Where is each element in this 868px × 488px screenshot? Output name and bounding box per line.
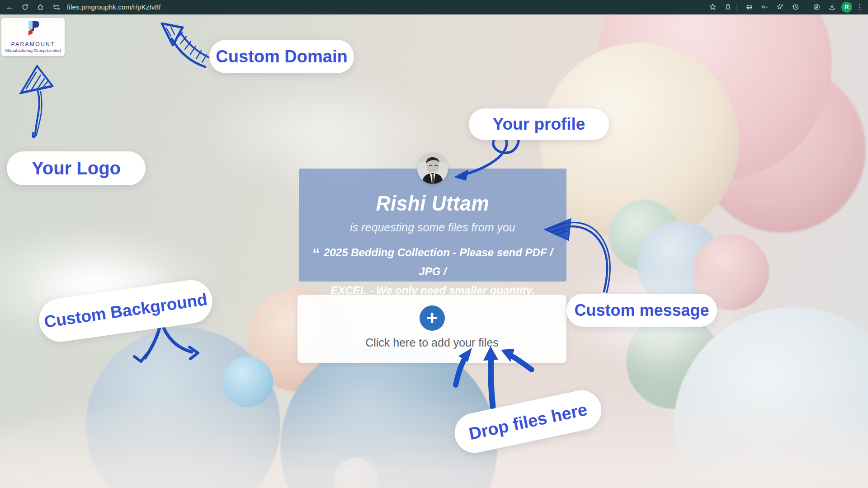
annotation-custom-message: Custom message [566, 294, 717, 327]
browser-profile-avatar[interactable]: R [841, 2, 852, 13]
company-subtitle: Manufacturing Group Limited [5, 48, 61, 53]
company-name: PARAMOUNT [11, 41, 55, 47]
browser-menu-kebab-icon[interactable]: ⋮ [856, 2, 863, 12]
extension-car-icon[interactable] [743, 1, 755, 13]
quote-icon: “ [312, 245, 320, 262]
message-line-1: 2025 Bedding Collection - Please send PD… [324, 246, 553, 277]
file-request-card: Rishi Uttam is requesting some files fro… [299, 169, 566, 282]
company-logo-card: PARAMOUNT Manufacturing Group Limited [1, 18, 65, 56]
custom-domain-arrow [162, 23, 210, 67]
annotation-your-profile: Your profile [469, 108, 609, 140]
site-info-icon[interactable] [51, 1, 62, 13]
browser-toolbar: ← files.pmgrouphk.com/r/pKzIv8f [0, 0, 868, 14]
annotation-your-logo: Your Logo [7, 151, 146, 185]
extensions-puzzle-icon[interactable] [722, 1, 734, 13]
url-bar[interactable]: files.pmgrouphk.com/r/pKzIv8f [51, 1, 161, 13]
requester-name: Rishi Uttam [304, 191, 561, 216]
back-icon[interactable]: ← [4, 1, 15, 13]
download-icon[interactable] [826, 1, 838, 13]
annotation-custom-domain: Custom Domain [209, 40, 354, 73]
url-text[interactable]: files.pmgrouphk.com/r/pKzIv8f [67, 3, 161, 11]
extension-key-icon[interactable] [759, 1, 770, 13]
toolbar-divider [804, 3, 804, 11]
bookmark-star-icon[interactable] [707, 1, 718, 13]
upload-instruction-label: Click here to add your files [297, 336, 566, 349]
history-clock-icon[interactable] [789, 1, 801, 13]
file-upload-dropzone[interactable]: + Click here to add your files [297, 295, 566, 363]
extension-star-sparkle-icon[interactable] [774, 1, 786, 13]
performance-leaf-icon[interactable] [811, 1, 822, 13]
your-logo-arrow [21, 66, 52, 137]
custom-message-text: “2025 Bedding Collection - Please send P… [299, 241, 566, 300]
refresh-icon[interactable] [19, 1, 31, 13]
requester-avatar [417, 153, 448, 184]
request-subtitle: is requesting some files from you [299, 221, 566, 234]
paramount-logo-mark-icon [23, 20, 43, 40]
add-files-plus-button[interactable]: + [420, 305, 445, 331]
toolbar-divider [736, 3, 737, 11]
home-icon[interactable] [34, 1, 46, 13]
toolbar-right: R ⋮ [703, 1, 868, 13]
page: ← files.pmgrouphk.com/r/pKzIv8f [0, 0, 868, 488]
